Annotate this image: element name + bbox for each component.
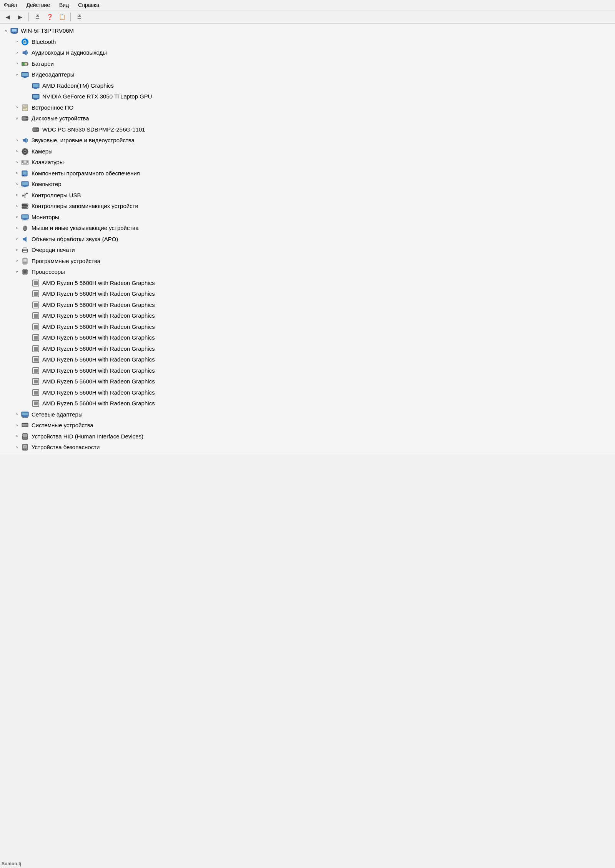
cpu2-icon xyxy=(32,290,40,298)
cpu11-label: AMD Ryzen 5 5600H with Radeon Graphics xyxy=(42,388,155,397)
svg-rect-133 xyxy=(24,424,27,425)
svg-rect-134 xyxy=(24,425,27,425)
tree-item-cpu[interactable]: v Процес xyxy=(0,267,615,278)
tree-item-computer[interactable]: > Компьютер xyxy=(0,179,615,190)
tree-item-cpu1[interactable]: > AMD Ryzen 5 5600H with Radeon Graphics xyxy=(0,278,615,289)
tree-item-cpu3[interactable]: > AMD Ryzen 5 5600H with Radeon Graphics xyxy=(0,300,615,311)
software-icon xyxy=(21,169,29,178)
tree-item-network[interactable]: > Сетевые адаптеры xyxy=(0,409,615,420)
sound-icon xyxy=(21,136,29,145)
menu-action[interactable]: Действие xyxy=(25,1,52,9)
storage-icon xyxy=(21,202,29,210)
tree-item-cpu6[interactable]: > AMD Ryzen 5 5600H with Radeon Graphics xyxy=(0,332,615,343)
tree-item-software[interactable]: > Компоненты программного обеспечения xyxy=(0,168,615,179)
tree-item-audio[interactable]: > Аудиовходы и аудиовыходы xyxy=(0,47,615,58)
tree-item-camera[interactable]: > Камеры xyxy=(0,146,615,157)
tree-item-bluetooth[interactable]: > B Bluetooth xyxy=(0,37,615,48)
cpu2-label: AMD Ryzen 5 5600H with Radeon Graphics xyxy=(42,290,155,298)
disk-label: Дисковые устройства xyxy=(32,114,89,123)
root-expand-icon: v xyxy=(3,28,9,34)
svg-rect-18 xyxy=(33,84,38,87)
sound-expand-icon: > xyxy=(14,137,20,143)
menu-help[interactable]: Справка xyxy=(76,1,101,9)
svg-rect-47 xyxy=(27,161,28,162)
tree-item-firmware[interactable]: > Встроенное ПО xyxy=(0,102,615,113)
storage-label: Контроллеры запоминающих устройств xyxy=(32,202,138,211)
mice-icon xyxy=(21,224,29,232)
svg-rect-105 xyxy=(34,292,38,296)
help-button[interactable]: ❓ xyxy=(44,12,55,22)
tree-item-disk[interactable]: v Дисковые устройства xyxy=(0,113,615,124)
computer-button[interactable]: 🖥 xyxy=(32,12,43,22)
firmware-expand-icon: > xyxy=(14,105,20,111)
tree-item-progdev[interactable]: > Программные устройства xyxy=(0,256,615,267)
tree-item-mice[interactable]: > Мыши и иные указывающие устройства xyxy=(0,223,615,234)
tree-item-cpu2[interactable]: > AMD Ryzen 5 5600H with Radeon Graphics xyxy=(0,288,615,300)
video-icon xyxy=(21,70,29,79)
svg-rect-3 xyxy=(12,33,17,34)
tree-item-print[interactable]: > Очереди печати xyxy=(0,245,615,256)
svg-rect-115 xyxy=(34,347,38,351)
tree-item-cpu10[interactable]: > AMD Ryzen 5 5600H with Radeon Graphics xyxy=(0,376,615,387)
software-expand-icon: > xyxy=(14,170,20,177)
firmware-icon xyxy=(21,103,29,112)
tree-item-security[interactable]: > Устройства безопасности xyxy=(0,442,615,453)
tree-item-cpu5[interactable]: > AMD Ryzen 5 5600H with Radeon Graphics xyxy=(0,322,615,333)
svg-rect-142 xyxy=(23,449,24,450)
cpu7-icon xyxy=(32,345,40,353)
disk-icon xyxy=(21,114,29,123)
svg-rect-138 xyxy=(25,434,27,437)
tree-item-wdc[interactable]: > WDC PC SN530 SDBPMPZ-256G-1101 xyxy=(0,124,615,135)
tree-item-monitors[interactable]: > Мониторы xyxy=(0,212,615,223)
tree-item-nvidia[interactable]: > NVIDIA GeForce RTX 3050 Ti Laptop GPU xyxy=(0,91,615,102)
root-node[interactable]: v WIN-5FT3PTRV06M xyxy=(0,25,615,37)
audio-label: Аудиовходы и аудиовыходы xyxy=(32,48,107,57)
tree-item-system[interactable]: > Системные устройства xyxy=(0,420,615,431)
video-label: Видеоадаптеры xyxy=(32,70,75,79)
svg-rect-20 xyxy=(33,89,38,89)
nvidia-icon xyxy=(32,92,40,101)
tree-item-cpu11[interactable]: > AMD Ryzen 5 5600H with Radeon Graphics xyxy=(0,387,615,398)
tree-item-cpu4[interactable]: > AMD Ryzen 5 5600H with Radeon Graphics xyxy=(0,310,615,322)
back-button[interactable]: ◀ xyxy=(2,12,13,22)
monitors-label: Мониторы xyxy=(32,213,59,222)
svg-rect-132 xyxy=(23,424,24,426)
svg-rect-48 xyxy=(22,162,23,163)
root-label: WIN-5FT3PTRV06M xyxy=(21,27,74,35)
svg-marker-79 xyxy=(23,237,27,242)
mice-label: Мыши и иные указывающие устройства xyxy=(32,224,138,233)
cpu11-icon xyxy=(32,388,40,397)
tree-item-battery[interactable]: > Батареи xyxy=(0,58,615,70)
usb-label: Контроллеры USB xyxy=(32,191,81,200)
tree-item-keyboard[interactable]: > Клавиатуры xyxy=(0,157,615,168)
forward-button[interactable]: ▶ xyxy=(15,12,25,22)
toolbar-separator-1 xyxy=(28,13,29,21)
properties-button[interactable]: 📋 xyxy=(57,12,67,22)
system-icon xyxy=(21,421,29,430)
svg-marker-37 xyxy=(23,138,27,143)
hid-icon xyxy=(21,432,29,441)
tree-item-video[interactable]: v Видеоадаптеры xyxy=(0,69,615,80)
video-expand-icon: v xyxy=(14,72,20,78)
svg-rect-56 xyxy=(23,175,24,176)
tree-item-cpu8[interactable]: > AMD Ryzen 5 5600H with Radeon Graphics xyxy=(0,354,615,365)
bluetooth-expand-icon: > xyxy=(14,39,20,45)
tree-item-amd-radeon[interactable]: > AMD Radeon(TM) Graphics xyxy=(0,80,615,92)
tree-item-hid[interactable]: > Устройства HID (Human Interface Device… xyxy=(0,431,615,442)
tree-item-cpu7[interactable]: > AMD Ryzen 5 5600H with Radeon Graphics xyxy=(0,343,615,355)
tree-item-cpu9[interactable]: > AMD Ryzen 5 5600H with Radeon Graphics xyxy=(0,365,615,377)
tree-item-cpu12[interactable]: > AMD Ryzen 5 5600H with Radeon Graphics xyxy=(0,398,615,409)
menu-file[interactable]: Файл xyxy=(2,1,18,9)
svg-rect-55 xyxy=(23,172,27,175)
tree-item-usb[interactable]: > Контроллеры USB xyxy=(0,190,615,201)
progdev-icon xyxy=(21,257,29,265)
update-button[interactable]: 🖥 xyxy=(74,12,85,22)
tree-item-sound[interactable]: > Звуковые, игровые и видеоустройства xyxy=(0,135,615,146)
progdev-expand-icon: > xyxy=(14,258,20,264)
system-expand-icon: > xyxy=(14,422,20,428)
tree-item-apo[interactable]: > Объекты обработки звука (APO) xyxy=(0,234,615,245)
tree-item-storage[interactable]: > Контроллеры запоминающих устройств xyxy=(0,201,615,212)
svg-rect-46 xyxy=(26,161,27,162)
svg-rect-22 xyxy=(33,95,38,98)
menu-view[interactable]: Вид xyxy=(58,1,70,9)
